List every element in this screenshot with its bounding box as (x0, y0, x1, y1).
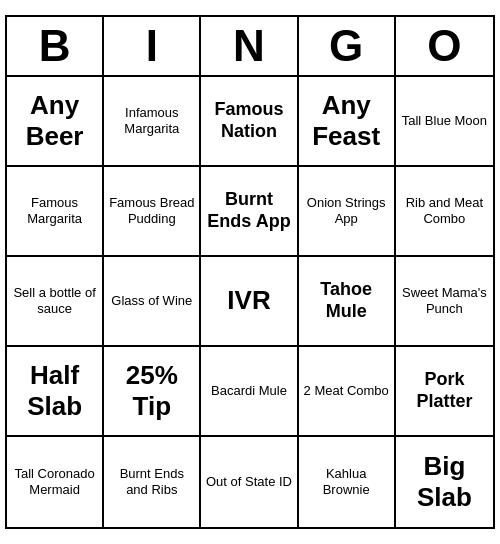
bingo-cell-15: Half Slab (7, 347, 104, 437)
bingo-cell-24: Big Slab (396, 437, 493, 527)
bingo-cell-5: Famous Margarita (7, 167, 104, 257)
bingo-cell-4: Tall Blue Moon (396, 77, 493, 167)
bingo-cell-7: Burnt Ends App (201, 167, 298, 257)
bingo-cell-8: Onion Strings App (299, 167, 396, 257)
bingo-header: BINGO (7, 17, 493, 77)
bingo-cell-19: Pork Platter (396, 347, 493, 437)
bingo-card: BINGO Any BeerInfamous MargaritaFamous N… (5, 15, 495, 529)
bingo-cell-10: Sell a bottle of sauce (7, 257, 104, 347)
header-letter-b: B (7, 17, 104, 75)
bingo-cell-0: Any Beer (7, 77, 104, 167)
bingo-cell-18: 2 Meat Combo (299, 347, 396, 437)
bingo-cell-2: Famous Nation (201, 77, 298, 167)
header-letter-i: I (104, 17, 201, 75)
header-letter-g: G (299, 17, 396, 75)
bingo-cell-3: Any Feast (299, 77, 396, 167)
header-letter-n: N (201, 17, 298, 75)
bingo-cell-11: Glass of Wine (104, 257, 201, 347)
bingo-cell-16: 25% Tip (104, 347, 201, 437)
bingo-cell-12: IVR (201, 257, 298, 347)
bingo-cell-22: Out of State ID (201, 437, 298, 527)
bingo-cell-6: Famous Bread Pudding (104, 167, 201, 257)
header-letter-o: O (396, 17, 493, 75)
bingo-cell-9: Rib and Meat Combo (396, 167, 493, 257)
bingo-cell-1: Infamous Margarita (104, 77, 201, 167)
bingo-cell-21: Burnt Ends and Ribs (104, 437, 201, 527)
bingo-cell-14: Sweet Mama's Punch (396, 257, 493, 347)
bingo-cell-13: Tahoe Mule (299, 257, 396, 347)
bingo-cell-17: Bacardi Mule (201, 347, 298, 437)
bingo-cell-20: Tall Coronado Mermaid (7, 437, 104, 527)
bingo-grid: Any BeerInfamous MargaritaFamous NationA… (7, 77, 493, 527)
bingo-cell-23: Kahlua Brownie (299, 437, 396, 527)
